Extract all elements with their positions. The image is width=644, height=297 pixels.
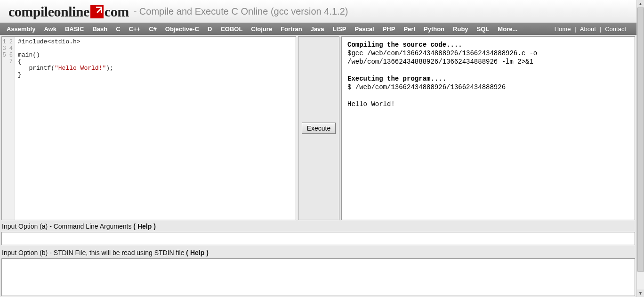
nav-java[interactable]: Java bbox=[311, 25, 324, 33]
option-a-label: Input Option (a) - Command Line Argument… bbox=[0, 222, 636, 231]
language-navbar: Assembly Awk BASIC Bash C C++ C# Objecti… bbox=[0, 23, 636, 35]
page-tagline: - Compile and Execute C Online (gcc vers… bbox=[134, 6, 348, 17]
nav-csharp[interactable]: C# bbox=[149, 25, 157, 33]
line-number-gutter: 1 2 3 4 5 6 7 bbox=[2, 37, 15, 220]
nav-d[interactable]: D bbox=[208, 25, 212, 33]
output-compile-cmd: $gcc /web/com/13662434888926/13662434888… bbox=[347, 50, 541, 66]
nav-clojure[interactable]: Clojure bbox=[251, 25, 272, 33]
nav-sep: | bbox=[574, 25, 576, 33]
code-editor-panel: 1 2 3 4 5 6 7 #include<stdio.h> main() {… bbox=[1, 36, 296, 220]
arrow-icon bbox=[90, 5, 104, 18]
nav-fortran[interactable]: Fortran bbox=[281, 25, 302, 33]
output-result: Hello World! bbox=[347, 100, 395, 108]
nav-bash[interactable]: Bash bbox=[92, 25, 107, 33]
nav-basic[interactable]: BASIC bbox=[65, 25, 84, 33]
output-exec-header: Executing the program.... bbox=[347, 75, 446, 82]
code-editor[interactable]: #include<stdio.h> main() { printf("Hello… bbox=[15, 37, 296, 220]
logo-text-left: compileonline bbox=[8, 4, 89, 20]
option-b-input[interactable] bbox=[1, 258, 635, 296]
output-compile-header: Compiling the source code.... bbox=[347, 41, 462, 49]
output-exec-cmd: $ /web/com/13662434888926/13662434888926 bbox=[347, 83, 506, 91]
nav-cobol[interactable]: COBOL bbox=[220, 25, 242, 33]
option-b-help-link[interactable]: ( Help ) bbox=[186, 249, 208, 256]
nav-c[interactable]: C bbox=[116, 25, 120, 33]
nav-sql[interactable]: SQL bbox=[477, 25, 490, 33]
logo-text-right: com bbox=[105, 4, 129, 20]
nav-assembly[interactable]: Assembly bbox=[7, 25, 35, 33]
nav-pascal[interactable]: Pascal bbox=[354, 25, 374, 33]
execute-column: Execute bbox=[298, 36, 339, 220]
nav-lisp[interactable]: LISP bbox=[333, 25, 346, 33]
vertical-scrollbar[interactable]: ▲ ▼ bbox=[636, 0, 644, 297]
scroll-up-icon[interactable]: ▲ bbox=[637, 0, 644, 8]
nav-perl[interactable]: Perl bbox=[403, 25, 415, 33]
nav-ruby[interactable]: Ruby bbox=[453, 25, 468, 33]
nav-home[interactable]: Home bbox=[555, 25, 571, 33]
nav-php[interactable]: PHP bbox=[383, 25, 395, 33]
site-logo[interactable]: compileonline com bbox=[8, 3, 129, 20]
option-a-input[interactable] bbox=[1, 232, 635, 245]
nav-sep: | bbox=[600, 25, 601, 33]
nav-cpp[interactable]: C++ bbox=[129, 25, 141, 33]
output-panel: Compiling the source code.... $gcc /web/… bbox=[341, 36, 635, 220]
nav-more[interactable]: More... bbox=[498, 25, 517, 33]
nav-contact[interactable]: Contact bbox=[605, 25, 626, 33]
main-area: 1 2 3 4 5 6 7 #include<stdio.h> main() {… bbox=[0, 35, 636, 222]
scroll-down-icon[interactable]: ▼ bbox=[637, 289, 644, 297]
execute-button[interactable]: Execute bbox=[302, 123, 336, 134]
option-b-label: Input Option (b) - STDIN File, this will… bbox=[0, 248, 636, 257]
nav-awk[interactable]: Awk bbox=[44, 25, 56, 33]
scroll-thumb[interactable] bbox=[637, 8, 644, 272]
page-header: compileonline com - Compile and Execute … bbox=[0, 0, 636, 23]
nav-about[interactable]: About bbox=[580, 25, 596, 33]
option-a-help-link[interactable]: ( Help ) bbox=[133, 223, 155, 230]
nav-python[interactable]: Python bbox=[424, 25, 444, 33]
nav-objc[interactable]: Objective-C bbox=[165, 25, 199, 33]
